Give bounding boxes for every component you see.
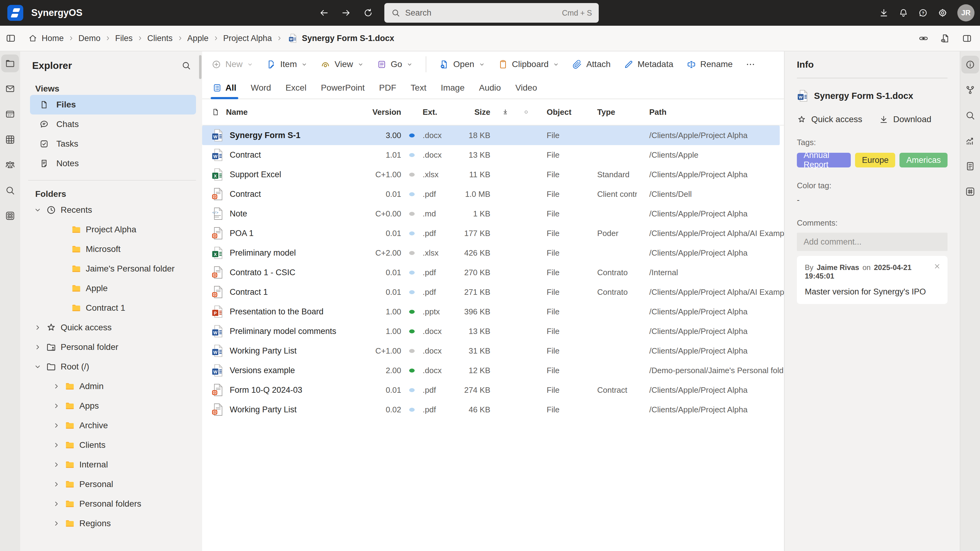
table-row[interactable]: WSynergy Form S-13.00.docx18 KBFile/Clie… <box>202 125 780 145</box>
folder-tree-item[interactable]: Apple <box>20 279 202 298</box>
sidebar-item-notes[interactable]: Notes <box>30 154 196 173</box>
table-row[interactable]: WContract1.01.docx13 KBFile/Clients/Appl… <box>202 145 784 165</box>
download-button[interactable]: Download <box>879 114 932 124</box>
tag-chip[interactable]: Americas <box>899 153 948 167</box>
gear-icon[interactable] <box>938 8 948 18</box>
search-input[interactable]: Search Cmd + S <box>384 3 599 23</box>
table-row[interactable]: XSupport ExcelC+1.00.xlsx11 KBFileStanda… <box>202 165 784 184</box>
help-icon[interactable]: ? <box>918 8 928 18</box>
back-icon[interactable] <box>319 8 329 18</box>
table-row[interactable]: WVersions example2.00.docx12 KBFile/Demo… <box>202 360 784 380</box>
chart-rail-item[interactable] <box>961 132 979 150</box>
search-rail-item[interactable] <box>1 181 19 199</box>
tab-excel[interactable]: Excel <box>285 77 306 98</box>
folder-tree-item[interactable]: Archive <box>20 416 202 435</box>
table-row[interactable]: Working Party List0.02.pdf46 KBFile/Clie… <box>202 400 784 419</box>
panel-left-toggle-icon[interactable] <box>5 33 16 43</box>
tab-video[interactable]: Video <box>515 77 537 98</box>
col-version[interactable]: Version <box>372 108 401 117</box>
folder-tree-item[interactable]: Internal <box>20 455 202 475</box>
col-object[interactable]: Object <box>536 108 587 117</box>
breadcrumb-item[interactable]: Apple <box>188 34 208 43</box>
table-row[interactable]: XPreliminary modelC+2.00.xlsx426 KBFile/… <box>202 243 784 263</box>
breadcrumb-item[interactable]: Demo <box>78 34 100 43</box>
folder-tree-item[interactable]: Personal <box>20 475 202 494</box>
hash-rail-item[interactable] <box>961 183 979 200</box>
table-row[interactable]: Contract 10.01.pdf271 KBFileContrato/Cli… <box>202 282 784 302</box>
folder-tree-item[interactable]: Regions <box>20 514 202 533</box>
folder-tree-item[interactable]: Admin <box>20 376 202 396</box>
new-button[interactable]: New <box>211 59 253 70</box>
doc-link-icon[interactable] <box>940 33 950 43</box>
table-row[interactable]: Form 10-Q 2024-030.01.pdf274 KBFileContr… <box>202 380 784 400</box>
metadata-button[interactable]: Metadata <box>624 59 673 70</box>
people-rail-item[interactable] <box>1 156 19 174</box>
calendar-rail-item[interactable] <box>1 105 19 123</box>
download-sort-column-icon[interactable] <box>501 108 509 116</box>
folder-tree-item[interactable]: Recents <box>20 200 202 220</box>
attach-button[interactable]: Attach <box>572 59 610 70</box>
col-name[interactable]: Name <box>226 108 248 117</box>
folder-tree-item[interactable]: Clients <box>20 435 202 455</box>
table-row[interactable]: Contract0.01.pdf1.0 MBFileClient contrac… <box>202 184 784 204</box>
folder-tree-item[interactable]: Project Alpha <box>20 220 202 240</box>
add-comment-input[interactable]: Add comment... <box>797 233 948 251</box>
tab-pdf[interactable]: PDF <box>379 77 396 98</box>
tab-word[interactable]: Word <box>251 77 271 98</box>
folder-tree-item[interactable]: Microsoft <box>20 240 202 259</box>
folder-tree-item[interactable]: Contract 1 <box>20 298 202 318</box>
branch-rail-item[interactable] <box>961 81 979 99</box>
sidebar-item-chats[interactable]: Chats <box>30 114 196 134</box>
folder-rail-item[interactable] <box>1 54 19 72</box>
col-path[interactable]: Path <box>637 108 784 117</box>
tab-text[interactable]: Text <box>411 77 426 98</box>
breadcrumb-item[interactable]: Clients <box>147 34 173 43</box>
breadcrumb-item[interactable]: Project Alpha <box>223 34 272 43</box>
avatar[interactable]: JR <box>957 4 975 21</box>
apps-rail-item[interactable] <box>1 207 19 225</box>
status-circle-column-icon[interactable] <box>524 110 528 114</box>
grid-rail-item[interactable] <box>1 131 19 148</box>
breadcrumb-item[interactable]: Home <box>41 34 64 43</box>
breadcrumb-current-file[interactable]: Synergy Form S-1.docx <box>302 34 395 43</box>
panel-right-icon[interactable] <box>962 33 972 43</box>
sidebar-item-tasks[interactable]: Tasks <box>30 134 196 154</box>
quick-access-button[interactable]: Quick access <box>797 114 862 124</box>
close-comment-icon[interactable] <box>934 263 941 270</box>
table-row[interactable]: WPreliminary model comments1.00.docx13 K… <box>202 321 784 341</box>
info-rail-item[interactable] <box>961 56 979 73</box>
view-button[interactable]: View <box>320 59 364 70</box>
table-row[interactable]: </>NoteC+0.00.md1 KBFile/Clients/Apple/P… <box>202 204 784 224</box>
go-button[interactable]: Go <box>377 59 413 70</box>
tab-all[interactable]: All <box>213 77 236 98</box>
folder-tree-item[interactable]: Personal folder <box>20 337 202 357</box>
col-size[interactable]: Size <box>456 108 495 117</box>
mail-rail-item[interactable] <box>1 80 19 98</box>
forward-icon[interactable] <box>341 8 351 18</box>
tab-powerpoint[interactable]: PowerPoint <box>321 77 365 98</box>
folder-tree-item[interactable]: Apps <box>20 396 202 416</box>
tag-chip[interactable]: Europe <box>855 153 895 167</box>
doc-lines-rail-item[interactable] <box>961 157 979 175</box>
open-button[interactable]: Open <box>439 59 485 70</box>
rename-button[interactable]: Rename <box>686 59 733 70</box>
folder-tree-item[interactable]: Quick access <box>20 318 202 337</box>
sidebar-item-files[interactable]: Files <box>30 95 196 114</box>
col-type[interactable]: Type <box>587 108 637 117</box>
tab-image[interactable]: Image <box>441 77 465 98</box>
table-row[interactable]: POA 10.01.pdf177 KBFilePoder/Clients/App… <box>202 224 784 243</box>
breadcrumb-item[interactable]: Files <box>115 34 133 43</box>
search-rail-item[interactable] <box>961 106 979 124</box>
table-row[interactable]: WWorking Party ListC+1.00.docx31 KBFile/… <box>202 341 784 360</box>
folder-tree-item[interactable]: Personal folders <box>20 494 202 514</box>
refresh-icon[interactable] <box>363 8 373 18</box>
sidebar-search-icon[interactable] <box>181 60 191 70</box>
bell-icon[interactable] <box>899 8 908 18</box>
folder-tree-item[interactable]: Jaime's Personal folder <box>20 259 202 279</box>
folder-tree-item[interactable]: Root (/) <box>20 357 202 376</box>
item-button[interactable]: Item <box>266 59 307 70</box>
clipboard-button[interactable]: Clipboard <box>498 59 560 70</box>
table-row[interactable]: Contrato 1 - CSIC0.01.pdf270 KBFileContr… <box>202 263 784 282</box>
more-button[interactable] <box>745 59 756 70</box>
tag-chip[interactable]: Annual Report <box>797 153 851 167</box>
